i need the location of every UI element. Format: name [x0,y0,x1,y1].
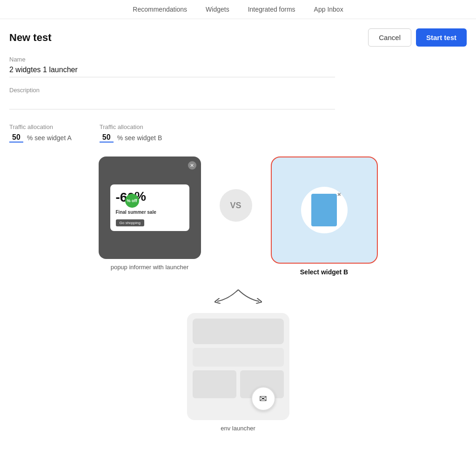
launcher-arrows [210,285,266,308]
launcher-fab-button[interactable]: ✉ [251,387,275,411]
launcher-section: ✉ env launcher [0,285,476,446]
name-value[interactable]: 2 widgtes 1 launcher [9,66,335,77]
widget-b-card[interactable]: × [271,156,378,264]
widget-b-label[interactable]: Select widget B [300,268,348,276]
widget-b-inner: × [301,187,348,233]
launcher-row-2 [193,348,284,367]
close-icon: ✕ [188,161,196,170]
page-header: New test Cancel Start test [0,19,476,51]
launcher-row-1 [193,319,284,344]
widget-b-placeholder-icon: × [311,194,337,226]
badge: % off [125,194,139,208]
promo-title: Final summer sale [116,210,184,215]
page-title: New test [9,32,51,44]
arrows-svg [210,285,266,306]
description-label: Description [9,87,467,94]
cta-button[interactable]: Go shopping [116,219,144,226]
widget-comparison-area: ✕ -60 % % off Final summer sale Go shopp… [0,152,476,285]
top-navigation: Recommendations Widgets Integrated forms… [0,0,476,19]
launcher-label: env launcher [221,425,255,432]
vs-divider: VS [220,189,252,222]
traffic-widget-a: Traffic allocation 50 % see widget A [9,123,72,143]
nav-app-inbox[interactable]: App Inbox [314,6,343,13]
widget-a-label: popup informer with launcher [111,264,189,271]
traffic-b-label: Traffic allocation [100,123,162,130]
traffic-a-value-row: 50 % see widget A [9,133,72,143]
launcher-bottom-left [193,370,236,398]
widget-a-card[interactable]: ✕ -60 % % off Final summer sale Go shopp… [99,156,201,259]
traffic-b-number[interactable]: 50 [100,133,114,143]
traffic-a-number[interactable]: 50 [9,133,23,143]
traffic-a-desc: % see widget A [27,134,72,142]
traffic-widget-b: Traffic allocation 50 % see widget B [100,123,162,143]
popup-inner: -60 % % off Final summer sale Go shoppin… [110,184,189,231]
nav-widgets[interactable]: Widgets [206,6,229,13]
nav-recommendations[interactable]: Recommendations [133,6,187,13]
cancel-button[interactable]: Cancel [368,28,411,47]
traffic-allocation-row: Traffic allocation 50 % see widget A Tra… [0,119,476,152]
nav-integrated-forms[interactable]: Integrated forms [248,6,295,13]
widget-b-container: × Select widget B [271,156,378,276]
traffic-b-value-row: 50 % see widget B [100,133,162,143]
description-input[interactable] [9,96,335,109]
name-label: Name [9,56,467,63]
form-section: Name 2 widgtes 1 launcher Description [0,51,476,109]
start-test-button[interactable]: Start test [416,28,467,47]
header-actions: Cancel Start test [368,28,467,47]
widget-a-container: ✕ -60 % % off Final summer sale Go shopp… [99,156,201,271]
traffic-a-label: Traffic allocation [9,123,72,130]
traffic-b-desc: % see widget B [117,134,162,142]
name-field-group: Name 2 widgtes 1 launcher [9,56,467,77]
launcher-card[interactable]: ✉ [187,313,289,420]
description-field-group: Description [9,87,467,109]
